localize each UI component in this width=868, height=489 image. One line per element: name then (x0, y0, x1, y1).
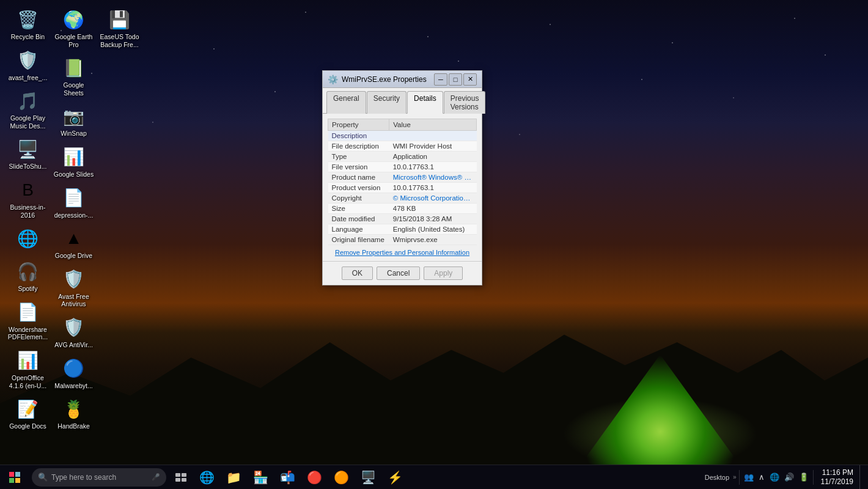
winsnap-icon: 📷 (62, 104, 86, 128)
desktop-icon-avg[interactable]: 🛡️AVG AntiVir... (51, 313, 97, 351)
desktop-icon-google-play-music[interactable]: 🎵Google Play Music Des... (5, 86, 51, 132)
desktop-icon-google-drive[interactable]: ▲Google Drive (51, 224, 97, 262)
maximize-button[interactable]: □ (449, 73, 462, 86)
chevron-icon[interactable]: » (733, 474, 737, 480)
avast-label: avast_free_... (9, 74, 48, 82)
slidetoshu-label: SlideToShu... (9, 163, 47, 171)
business-in-2016-icon: B (16, 178, 40, 202)
prop-9: Original filename (328, 235, 389, 245)
table-row: Size478 KB (328, 204, 477, 214)
val-1: Application (389, 152, 477, 162)
slidetoshu-icon: 🖥️ (16, 137, 40, 161)
desktop-icon-slidetoshu[interactable]: 🖥️SlideToShu... (5, 134, 51, 173)
svg-rect-3 (15, 478, 20, 483)
internet-explorer-icon: 🌐 (16, 226, 40, 251)
desktop-icon-winsnap[interactable]: 📷WinSnap (51, 101, 97, 140)
close-button[interactable]: ✕ (463, 73, 477, 86)
show-desktop-button[interactable] (859, 465, 864, 490)
tab-previous-versions[interactable]: Previous Versions (444, 91, 486, 114)
val-5: © Microsoft Corporation. All rights rese… (389, 193, 477, 204)
desktop-icon-easeus[interactable]: 💾EaseUS Todo Backup Fre... (97, 5, 142, 51)
openoffice-icon: 📊 (16, 348, 40, 373)
table-row: File descriptionWMI Provider Host (328, 141, 477, 152)
minimize-button[interactable]: ─ (434, 73, 447, 86)
spotify-icon: 🎧 (16, 259, 40, 284)
prop-5: Copyright (328, 193, 389, 204)
up-arrow-icon[interactable]: ∧ (757, 472, 767, 482)
tab-general[interactable]: General (326, 91, 366, 114)
prop-4: Product version (328, 183, 389, 193)
svg-rect-5 (182, 473, 186, 477)
wondershare-label: Wondershare PDFElemen... (7, 326, 48, 341)
spotify-label: Spotify (18, 285, 37, 293)
table-row: Copyright© Microsoft Corporation. All ri… (328, 193, 477, 204)
taskbar-app-edge[interactable]: 🌐 (193, 465, 220, 490)
table-row: TypeApplication (328, 152, 477, 162)
avast-icon: 🛡️ (16, 48, 40, 73)
tab-details[interactable]: Details (407, 91, 443, 114)
taskbar-app-app4[interactable]: 📬 (274, 465, 301, 490)
table-row: File version10.0.17763.1 (328, 162, 477, 172)
easeus-icon: 💾 (108, 7, 132, 32)
easeus-label: EaseUS Todo Backup Fre... (99, 33, 140, 48)
desktop-icon-avast-free[interactable]: 🛡️Avast Free Antivirus (51, 265, 97, 311)
clock[interactable]: 11:16 PM 11/7/2019 (816, 468, 858, 486)
ok-button[interactable]: OK (342, 267, 373, 280)
google-docs-icon: 📝 (16, 397, 40, 421)
depression-label: depression-... (54, 211, 94, 219)
table-row: Date modified9/15/2018 3:28 AM (328, 214, 477, 224)
people-icon[interactable]: 👥 (742, 472, 756, 482)
cancel-button[interactable]: Cancel (377, 267, 420, 280)
taskbar-app-windows-store[interactable]: 🏪 (247, 465, 274, 490)
depression-icon: 📄 (62, 186, 86, 210)
taskbar-app-file-explorer[interactable]: 📁 (220, 465, 247, 490)
desktop-icon-wondershare[interactable]: 📄Wondershare PDFElemen... (5, 298, 51, 344)
svg-rect-1 (15, 472, 20, 477)
handbrake-icon: 🍍 (62, 397, 86, 421)
volume-icon[interactable]: 🔊 (782, 472, 796, 482)
avast-free-icon: 🛡️ (62, 267, 86, 292)
business-in-2016-label: Business-in-2016 (7, 204, 48, 219)
malwarebytes-label: Malwarebyt... (54, 382, 92, 390)
search-input[interactable] (51, 473, 152, 482)
svg-rect-2 (9, 478, 14, 483)
dialog-titlebar[interactable]: ⚙️ WmiPrvSE.exe Properties ─ □ ✕ (323, 71, 482, 88)
search-icon: 🔍 (38, 472, 48, 482)
desktop-icon-spotify[interactable]: 🎧Spotify (5, 257, 51, 295)
desktop-icon-depression[interactable]: 📄depression-... (51, 183, 97, 222)
battery-icon[interactable]: 🔋 (797, 472, 811, 482)
search-box[interactable]: 🔍 🎤 (32, 468, 166, 487)
desktop-label: Desktop (702, 474, 732, 481)
desktop-icon-business-in-2016[interactable]: BBusiness-in-2016 (5, 175, 51, 221)
taskbar-app-app8[interactable]: ⚡ (381, 465, 408, 490)
taskbar-app-app7[interactable]: 🖥️ (355, 465, 381, 490)
taskbar-app-chrome[interactable]: 🟠 (328, 465, 355, 490)
desktop-icon-google-docs[interactable]: 📝Google Docs (5, 394, 51, 433)
desktop-icon-google-slides[interactable]: 📊Google Slides (51, 142, 97, 181)
desktop-icon-google-sheets[interactable]: 📗Google Sheets (51, 53, 97, 99)
apply-button[interactable]: Apply (424, 267, 463, 280)
desktop-icon-recycle-bin[interactable]: 🗑️Recycle Bin (5, 5, 51, 43)
remove-properties-link[interactable]: Remove Properties and Personal Informati… (328, 249, 477, 256)
prop-8: Language (328, 224, 389, 235)
dialog-footer: OK Cancel Apply (323, 261, 482, 285)
task-view-button[interactable] (169, 465, 193, 490)
desktop-icon-google-earth-pro[interactable]: 🌍Google Earth Pro (51, 5, 97, 51)
start-button[interactable] (0, 465, 29, 490)
prop-2: File version (328, 162, 389, 172)
desktop-icon-handbrake[interactable]: 🍍HandBrake (51, 394, 97, 433)
desktop-icon-openoffice[interactable]: 📊OpenOffice 4.1.6 (en-U... (5, 346, 51, 392)
google-slides-label: Google Slides (54, 171, 94, 178)
winsnap-label: WinSnap (61, 130, 87, 138)
taskbar-app-app5[interactable]: 🔴 (301, 465, 328, 490)
network-icon[interactable]: 🌐 (768, 472, 781, 482)
desktop-icon-internet-explorer[interactable]: 🌐 (5, 224, 51, 254)
properties-dialog: ⚙️ WmiPrvSE.exe Properties ─ □ ✕ General… (322, 70, 482, 285)
clock-separator (813, 470, 814, 485)
tab-security[interactable]: Security (367, 91, 406, 114)
val-0: WMI Provider Host (389, 141, 477, 152)
clock-date: 11/7/2019 (821, 477, 853, 486)
dialog-title-text: WmiPrvSE.exe Properties (342, 75, 433, 84)
desktop-icon-malwarebytes[interactable]: 🔵Malwarebyt... (51, 354, 97, 392)
desktop-icon-avast[interactable]: 🛡️avast_free_... (5, 46, 51, 84)
